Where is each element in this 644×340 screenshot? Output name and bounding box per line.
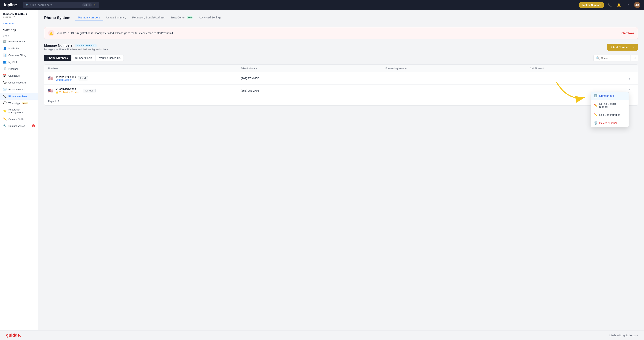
- context-menu: ℹ️ Number Info ✏️ Set as Default number …: [591, 92, 629, 127]
- sidebar-item-company-billing[interactable]: 📊 Company Billing: [0, 52, 38, 58]
- workspace-name: Dunder Mifflin [D... ▾: [3, 12, 35, 15]
- page-header: Phone System Manage Numbers Usage Summar…: [44, 14, 638, 23]
- settings-title: Settings: [0, 27, 38, 33]
- table-search-input[interactable]: [601, 57, 628, 59]
- workspace-selector[interactable]: Dunder Mifflin [D... ▾ Scranton, PA: [0, 10, 38, 20]
- avatar[interactable]: JD: [634, 2, 640, 8]
- sidebar-item-label: Pipelines: [8, 67, 18, 70]
- edit-icon: ✏️: [3, 117, 6, 121]
- phone-number-1: +1 202-774-9156: [56, 75, 76, 78]
- manage-numbers-title: Manage Numbers 2 Phone Numbers: [44, 43, 108, 47]
- main-content: Phone System Manage Numbers Usage Summar…: [38, 10, 644, 330]
- pagination-text: Page 1 of 1: [44, 97, 638, 105]
- subtab-number-pools[interactable]: Number Pools: [72, 55, 95, 61]
- table-row: 🇺🇸 +1 855-953-2705 ⚠️ Verification Requi…: [44, 85, 638, 97]
- sidebar-item-label: Conversation AI: [8, 81, 26, 84]
- sidebar-item-my-profile[interactable]: 👤 My Profile: [0, 45, 38, 52]
- number-cell-2: 🇺🇸 +1 855-953-2705 ⚠️ Verification Requi…: [48, 88, 241, 94]
- friendly-name-1: (202) 774-9156: [241, 77, 386, 80]
- building-icon: 🏢: [3, 40, 6, 43]
- wrench-icon: 🔧: [3, 124, 6, 128]
- phone-icon: 📞: [3, 94, 6, 98]
- sidebar-item-calendars[interactable]: 📅 Calendars: [0, 72, 38, 79]
- col-actions: [626, 67, 634, 70]
- subtab-verified-caller-ids[interactable]: Verified Caller IDs: [96, 55, 124, 61]
- sidebar: Dunder Mifflin [D... ▾ Scranton, PA < Go…: [0, 10, 38, 330]
- verification-required-badge: ⚠️ Verification Required: [56, 91, 80, 94]
- chevron-down-icon: ▾: [631, 46, 634, 49]
- alert-action-button[interactable]: Start Now: [622, 31, 634, 35]
- manage-numbers-subtitle: Manage your Phone Numbers and their conf…: [44, 48, 108, 51]
- sidebar-item-label: Custom Fields: [8, 118, 24, 121]
- lightning-icon: ⚡: [93, 3, 96, 6]
- tab-usage-summary[interactable]: Usage Summary: [103, 14, 129, 21]
- sidebar-item-reputation-management[interactable]: ⭐ Reputation Management: [0, 106, 38, 116]
- sidebar-item-label: Calendars: [8, 74, 20, 77]
- sidebar-item-label: Email Services: [8, 88, 25, 91]
- context-menu-item-number-info[interactable]: ℹ️ Number Info: [591, 92, 628, 100]
- chat-icon: 💬: [3, 81, 6, 84]
- search-shortcut-badge: Ctrl + K: [82, 3, 92, 6]
- phone-count-badge: 2 Phone Numbers: [74, 44, 97, 47]
- sidebar-item-phone-numbers[interactable]: 📞 Phone Numbers: [0, 93, 38, 100]
- number-cell-1: 🇺🇸 +1 202-774-9156 Default Number Local: [48, 75, 241, 81]
- phone-nav-icon[interactable]: 📞: [607, 2, 613, 8]
- sidebar-item-my-staff[interactable]: 👥 My Staff: [0, 58, 38, 65]
- global-search-bar[interactable]: 🔍 Quick search here Ctrl + K ⚡: [23, 2, 99, 8]
- sidebar-item-label: Company Billing: [8, 54, 26, 57]
- sidebar-item-custom-fields[interactable]: ✏️ Custom Fields: [0, 116, 38, 122]
- bell-icon[interactable]: 🔔: [616, 2, 622, 8]
- tab-manage-numbers[interactable]: Manage Numbers: [75, 14, 103, 21]
- sidebar-item-label: My Staff: [8, 61, 17, 63]
- refresh-button[interactable]: ↺: [631, 54, 638, 61]
- sidebar-item-email-services[interactable]: ✉️ Email Services: [0, 86, 38, 93]
- go-back-link[interactable]: < Go Back: [0, 20, 38, 27]
- us-flag-icon: 🇺🇸: [48, 76, 53, 81]
- app-logo: topline: [4, 2, 17, 7]
- context-menu-item-set-default[interactable]: ✏️ Set as Default number: [591, 100, 628, 111]
- context-menu-item-delete-number[interactable]: 🗑️ Delete Number: [591, 119, 628, 127]
- sidebar-item-whatsapp[interactable]: 💬 WhatsApp beta: [0, 100, 38, 106]
- sidebar-item-pipelines[interactable]: 📋 Pipelines: [0, 65, 38, 72]
- top-navigation: topline 🔍 Quick search here Ctrl + K ⚡ t…: [0, 0, 644, 10]
- phone-number-2: +1 855-953-2705: [56, 88, 80, 91]
- tab-trust-center[interactable]: Trust Center New: [168, 14, 196, 21]
- notification-badge: 6: [32, 124, 35, 127]
- tab-advanced-settings[interactable]: Advanced Settings: [196, 14, 224, 21]
- col-numbers: Numbers: [48, 67, 241, 70]
- subtabs-bar: Phone Numbers Number Pools Verified Call…: [44, 54, 638, 61]
- calendar-icon: 📅: [3, 74, 6, 77]
- sidebar-section-apps-label: Apps: [0, 33, 38, 38]
- staff-icon: 👥: [3, 60, 6, 64]
- pen-icon: ✏️: [594, 104, 597, 107]
- manage-numbers-header: Manage Numbers 2 Phone Numbers Manage yo…: [44, 43, 638, 51]
- subtab-phone-numbers[interactable]: Phone Numbers: [44, 55, 71, 61]
- row-more-button-1[interactable]: ⋮: [626, 75, 632, 81]
- info-icon: ℹ️: [594, 94, 597, 97]
- billing-icon: 📊: [3, 53, 6, 57]
- numbers-table: Numbers Friendly Name Forwarding Number …: [44, 64, 638, 105]
- new-badge: New: [187, 16, 193, 19]
- add-number-button[interactable]: + Add Number ▾: [607, 44, 638, 50]
- star-icon: ⭐: [3, 109, 6, 113]
- default-number-badge: Default Number: [56, 78, 76, 81]
- col-forwarding-number: Forwarding Number: [385, 67, 530, 70]
- made-with-text: Made with guidde.com: [609, 334, 638, 337]
- guidde-logo: guidde.: [6, 333, 21, 338]
- col-call-timeout: Call Timeout: [530, 67, 626, 70]
- sidebar-item-label: Custom Values: [8, 125, 25, 127]
- sidebar-item-label: My Profile: [8, 47, 20, 50]
- friendly-name-2: (855) 953-2705: [241, 89, 386, 92]
- tab-regulatory-bundle[interactable]: Regulatory Bundle/Address: [129, 14, 168, 21]
- whatsapp-icon: 💬: [3, 101, 6, 105]
- chevron-down-icon: ▾: [26, 12, 27, 15]
- sidebar-item-business-profile[interactable]: 🏢 Business Profile: [0, 38, 38, 45]
- sidebar-item-custom-values[interactable]: 🔧 Custom Values 6: [0, 122, 38, 129]
- sidebar-item-label: WhatsApp: [8, 102, 20, 105]
- table-search-wrap[interactable]: 🔍: [594, 55, 630, 61]
- sidebar-item-conversation-ai[interactable]: 💬 Conversation AI: [0, 79, 38, 86]
- context-menu-item-edit-config[interactable]: ✏️ Edit Configuration: [591, 111, 628, 119]
- help-icon[interactable]: ?: [625, 2, 631, 8]
- support-button[interactable]: topline Support: [579, 2, 604, 8]
- col-friendly-name: Friendly Name: [241, 67, 386, 70]
